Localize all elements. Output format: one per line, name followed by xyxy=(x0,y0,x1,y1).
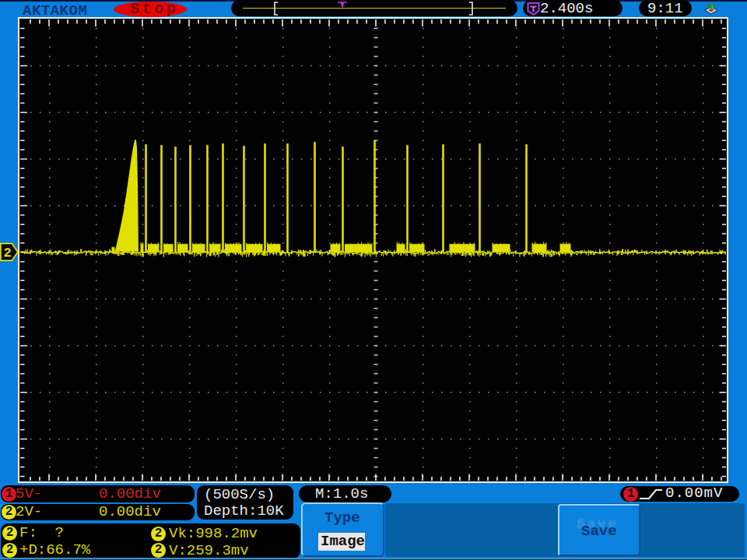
svg-text:2: 2 xyxy=(4,246,12,261)
